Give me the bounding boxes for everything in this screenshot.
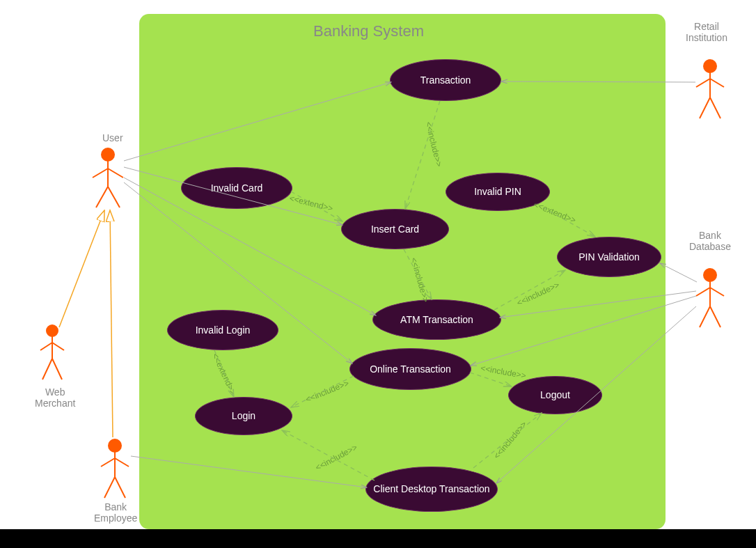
usecase-invalid-login[interactable]: Invalid Login [167, 310, 278, 350]
actor-label-user: User [102, 132, 123, 143]
usecase-label: Invalid Login [196, 324, 251, 336]
system-title: Banking System [313, 22, 424, 40]
usecase-insert-card[interactable]: Insert Card [341, 209, 449, 249]
usecase-label: Client Desktop Transaction [373, 483, 489, 495]
actor-label-bank-db: Bank Database [689, 230, 731, 252]
usecase-logout[interactable]: Logout [508, 376, 602, 414]
usecase-online-transaction[interactable]: Online Transaction [349, 348, 471, 390]
actor-label-retail: Retail Institution [686, 21, 727, 43]
usecase-pin-validation[interactable]: PIN Validation [557, 237, 661, 277]
usecase-login[interactable]: Login [195, 397, 292, 435]
actor-label-bank-employee: Bank Employee [94, 501, 137, 524]
usecase-label: ATM Transaction [400, 314, 473, 326]
usecase-label: Insert Card [371, 224, 419, 235]
usecase-label: Online Transaction [370, 363, 451, 375]
usecase-transaction[interactable]: Transaction [390, 59, 501, 101]
usecase-client-desktop[interactable]: Client Desktop Transaction [365, 467, 498, 512]
usecase-invalid-card[interactable]: Invalid Card [181, 167, 292, 209]
usecase-label: PIN Validation [578, 251, 640, 263]
usecase-label: Invalid Card [211, 182, 263, 194]
actor-label-web-merchant: Web Merchant [35, 386, 75, 409]
usecase-atm-transaction[interactable]: ATM Transaction [372, 299, 501, 340]
usecase-label: Login [232, 410, 255, 422]
usecase-label: Logout [540, 389, 570, 401]
usecase-label: Transaction [420, 75, 471, 86]
usecase-label: Invalid PIN [474, 186, 521, 198]
